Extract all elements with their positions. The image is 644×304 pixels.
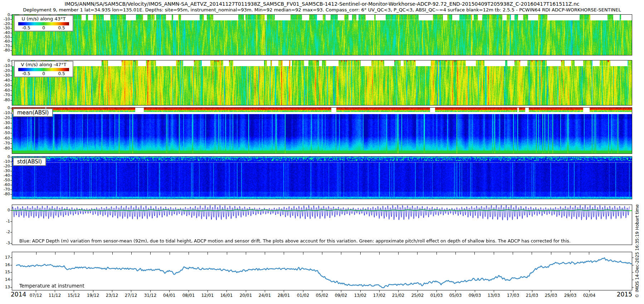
y-tick-label: -70	[0, 93, 10, 97]
x-tick-mark	[189, 290, 189, 292]
y-tick-mark	[632, 265, 634, 265]
y-tick-label: 17	[0, 255, 10, 260]
depth-panel-note: Blue: ADCP Depth (m) variation from sens…	[19, 238, 571, 244]
x-tick-mark	[36, 290, 36, 292]
x-tick-mark	[322, 290, 322, 292]
x-tick-mark	[455, 290, 456, 292]
y-tick-mark	[632, 258, 634, 258]
x-tick-label: 17/02	[370, 293, 388, 298]
y-tick-mark	[10, 258, 12, 258]
y-tick-mark	[10, 280, 12, 280]
std-absi-label: std(ABSI)	[13, 157, 46, 166]
x-tick-mark	[265, 290, 265, 292]
y-tick-mark	[10, 272, 12, 273]
y-tick-label: -30	[0, 73, 10, 78]
y-tick-label: -10	[0, 111, 10, 115]
temperature-line-canvas	[12, 252, 632, 290]
y-tick-label: -80	[0, 146, 10, 151]
u-colorbar-ticks: -0.5 0 0.5	[15, 25, 73, 31]
x-tick-mark	[341, 290, 341, 292]
x-tick-mark	[532, 290, 532, 292]
x-tick-mark	[55, 290, 55, 292]
y-tick-mark	[10, 171, 12, 171]
x-tick-label: 05/03	[447, 293, 464, 298]
y-tick-mark	[10, 100, 12, 100]
y-tick-label: -80	[0, 48, 10, 53]
adcp-summary-plot-page: IMOS/ANMN/SA/SAM5CB/Velocity/IMOS_ANMN-S…	[0, 0, 644, 304]
x-tick-label: 19/12	[84, 293, 102, 298]
y-tick-label: -60	[0, 182, 10, 187]
imos-copyright-watermark: © IMOS 14-Dec-2025 16:35:19 Hobart time	[635, 162, 640, 298]
y-tick-mark	[10, 80, 12, 81]
x-tick-label: 01/03	[428, 293, 445, 298]
x-tick-label: 24/01	[256, 293, 274, 298]
y-tick-mark	[10, 287, 12, 288]
y-tick-mark	[10, 75, 12, 76]
y-tick-label: -20	[0, 116, 10, 120]
u-colorbar-tick-max: 0.5	[58, 25, 65, 30]
x-tick-label: 20/01	[237, 293, 255, 298]
y-tick-label: -70	[0, 187, 10, 192]
y-tick-label: -80	[0, 192, 10, 196]
v-colorbar-tick-zero: 0	[42, 71, 45, 76]
x-tick-label: 07/12	[27, 293, 45, 298]
v-colorbar-jet-gradient	[18, 68, 69, 71]
y-tick-label: -60	[0, 136, 10, 141]
x-tick-mark	[150, 290, 151, 292]
u-colorbar-tick-min: -0.5	[22, 25, 30, 30]
y-tick-mark	[10, 19, 12, 20]
temperature-label: Temperature at instrument	[19, 283, 84, 289]
y-tick-mark	[10, 85, 12, 86]
y-tick-mark	[10, 221, 12, 222]
x-tick-mark	[169, 290, 170, 292]
y-tick-mark	[10, 138, 12, 139]
v-colorbar-tick-min: -0.5	[22, 71, 30, 76]
y-tick-label: -30	[0, 26, 10, 30]
x-tick-mark	[131, 290, 131, 292]
y-tick-mark	[10, 133, 12, 133]
y-tick-mark	[10, 95, 12, 95]
y-tick-mark	[632, 280, 634, 280]
u-legend-title: U (m/s) along 43°T	[15, 16, 73, 22]
y-tick-label: 14	[0, 277, 10, 282]
y-tick-label: -50	[0, 178, 10, 182]
x-tick-label: 21/02	[389, 293, 407, 298]
y-tick-mark	[10, 118, 12, 118]
y-tick-mark	[10, 61, 12, 61]
x-tick-mark	[93, 290, 93, 292]
y-tick-label: -40	[0, 78, 10, 83]
y-tick-mark	[10, 33, 12, 33]
panel-temperature: Temperature at instrument	[12, 252, 632, 290]
x-tick-label: 01/02	[294, 293, 312, 298]
y-tick-mark	[10, 166, 12, 167]
x-tick-label: 08/01	[180, 293, 197, 298]
v-colorbar-ticks: -0.5 0 0.5	[15, 71, 73, 77]
x-tick-mark	[436, 290, 437, 292]
v-velocity-heatmap-canvas	[12, 60, 632, 105]
y-tick-label: -30	[0, 168, 10, 173]
x-tick-label: 21/03	[523, 293, 541, 298]
y-tick-mark	[10, 128, 12, 128]
y-tick-label: -50	[0, 83, 10, 88]
panel-std-absi: std(ABSI)	[12, 156, 632, 199]
y-tick-label: -20	[0, 68, 10, 73]
y-tick-mark	[10, 90, 12, 91]
y-tick-mark	[10, 50, 12, 51]
u-velocity-heatmap-canvas	[12, 15, 632, 55]
x-tick-mark	[379, 290, 380, 292]
mean-absi-label: mean(ABSI)	[13, 108, 53, 117]
page-subtitle-deployment: Deployment 9, member 1 lat=34.93S lon=13…	[0, 7, 644, 13]
y-tick-label: -60	[0, 88, 10, 93]
x-tick-label: 02/04	[580, 293, 598, 298]
u-colorbar-legend: U (m/s) along 43°T -0.5 0 0.5	[14, 15, 73, 31]
panel-u-velocity: U (m/s) along 43°T -0.5 0 0.5	[12, 14, 632, 55]
y-tick-mark	[10, 108, 12, 108]
v-legend-title: V (m/s) along -47°T	[15, 62, 73, 68]
x-tick-label: 11/12	[46, 293, 64, 298]
x-axis-year-start: 2014	[11, 291, 26, 298]
x-tick-label: 25/03	[542, 293, 560, 298]
x-tick-label: 17/03	[504, 293, 522, 298]
y-tick-label: -20	[0, 164, 10, 168]
x-tick-mark	[494, 290, 494, 292]
panel-depth-variation: Blue: ADCP Depth (m) variation from sens…	[12, 205, 632, 245]
